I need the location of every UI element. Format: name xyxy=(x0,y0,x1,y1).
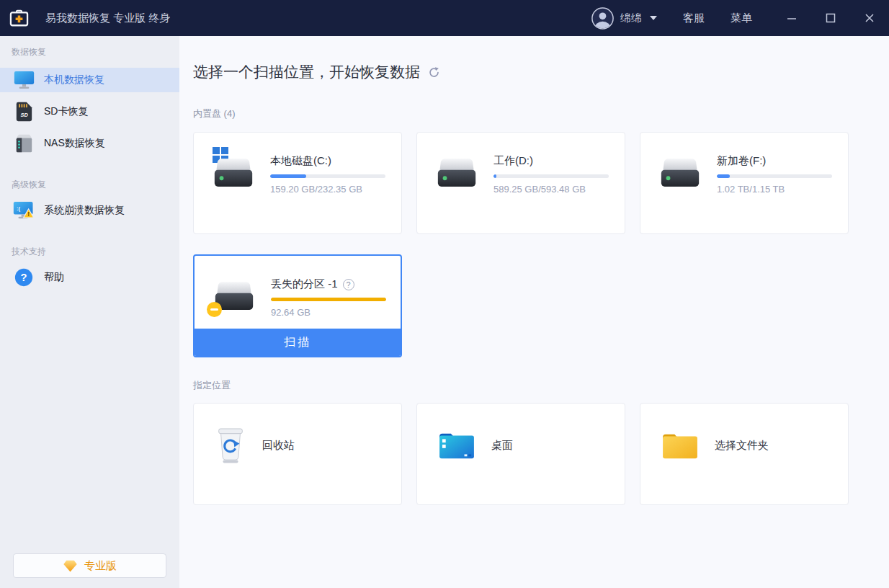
sidebar-section-data-recovery: 数据恢复 xyxy=(12,46,179,58)
capacity-bar xyxy=(270,174,385,178)
minimize-button[interactable] xyxy=(772,0,811,36)
app-logo-icon xyxy=(9,9,29,27)
crashed-system-icon: :( ! xyxy=(13,201,35,220)
minimize-icon xyxy=(787,13,797,23)
sidebar-item-label: SD卡恢复 xyxy=(44,105,88,118)
capacity-bar xyxy=(717,174,832,178)
choose-folder-icon xyxy=(661,429,700,461)
sidebar-item-crashed-system-recovery[interactable]: :( ! 系统崩溃数据恢复 xyxy=(0,198,179,223)
capacity-bar-fill xyxy=(493,174,496,178)
hard-drive-icon xyxy=(211,147,259,189)
diamond-icon xyxy=(63,559,78,573)
svg-text::(: :( xyxy=(17,205,20,211)
sidebar-item-label: 系统崩溃数据恢复 xyxy=(44,204,125,217)
main-panel: 选择一个扫描位置，开始恢复数据 内置盘 (4) xyxy=(179,36,889,588)
location-label: 回收站 xyxy=(262,439,295,453)
section-label-locations: 指定位置 xyxy=(193,379,889,392)
drive-card-lost-partition[interactable]: 丢失的分区 -1 ? 92.64 GB 扫描 xyxy=(193,254,402,357)
page-title: 选择一个扫描位置，开始恢复数据 xyxy=(193,62,420,82)
svg-text:?: ? xyxy=(21,272,27,283)
drive-size: 92.64 GB xyxy=(271,307,383,318)
edition-button[interactable]: 专业版 xyxy=(13,553,166,578)
hard-drive-icon xyxy=(212,270,259,312)
sidebar-section-tech-support: 技术支持 xyxy=(12,246,179,258)
sidebar-item-label: 本机数据恢复 xyxy=(44,74,104,86)
sidebar-item-label: NAS数据恢复 xyxy=(44,137,105,150)
desktop-folder-icon xyxy=(437,429,476,461)
edition-button-label: 专业版 xyxy=(84,559,117,573)
drive-name: 丢失的分区 -1 xyxy=(271,277,338,291)
hard-drive-icon xyxy=(434,147,482,189)
sd-card-icon: SD xyxy=(13,102,35,122)
maximize-icon xyxy=(826,13,836,23)
user-account-menu[interactable]: 绵绵 xyxy=(591,6,657,30)
scan-button[interactable]: 扫描 xyxy=(195,329,401,356)
drive-size: 159.20 GB/232.35 GB xyxy=(270,184,384,195)
sidebar-item-local-recovery[interactable]: 本机数据恢复 xyxy=(0,68,179,92)
drive-name: 工作(D:) xyxy=(493,154,533,168)
svg-text:!: ! xyxy=(27,210,30,218)
section-label-internal-drives: 内置盘 (4) xyxy=(193,107,889,120)
location-card-choose-folder[interactable]: 选择文件夹 xyxy=(640,403,849,505)
location-card-recycle-bin[interactable]: 回收站 xyxy=(193,403,402,505)
monitor-icon xyxy=(13,71,35,89)
hard-drive-icon xyxy=(658,147,705,189)
sidebar-item-help[interactable]: ? 帮助 xyxy=(0,265,179,290)
location-card-desktop[interactable]: 桌面 xyxy=(416,403,625,505)
support-link[interactable]: 客服 xyxy=(683,12,705,25)
capacity-bar-fill xyxy=(271,298,386,301)
drive-card-d[interactable]: 工作(D:) 589.25 GB/593.48 GB xyxy=(416,132,625,234)
svg-text:SD: SD xyxy=(20,112,28,118)
minus-badge-icon xyxy=(207,302,222,317)
maximize-button[interactable] xyxy=(811,0,850,36)
location-label: 桌面 xyxy=(491,439,513,453)
capacity-bar xyxy=(493,174,609,178)
capacity-bar-fill xyxy=(717,174,730,178)
window-controls xyxy=(772,0,889,36)
sidebar: 数据恢复 本机数据恢复 SD SD卡恢复 xyxy=(0,36,179,588)
username: 绵绵 xyxy=(620,12,642,25)
titlebar: 易我数据恢复 专业版 终身 绵绵 客服 菜单 xyxy=(0,0,889,36)
close-button[interactable] xyxy=(850,0,889,36)
sidebar-item-nas-recovery[interactable]: NAS数据恢复 xyxy=(0,131,179,156)
recycle-bin-icon xyxy=(214,427,247,464)
avatar-icon xyxy=(591,6,615,30)
app-title: 易我数据恢复 专业版 终身 xyxy=(45,12,170,25)
capacity-bar-fill xyxy=(270,174,306,178)
close-icon xyxy=(865,13,875,23)
chevron-down-icon xyxy=(650,16,657,20)
drive-name: 新加卷(F:) xyxy=(717,154,766,168)
sidebar-section-advanced-recovery: 高级恢复 xyxy=(12,179,179,191)
drive-name: 本地磁盘(C:) xyxy=(270,154,331,168)
location-label: 选择文件夹 xyxy=(715,439,769,453)
capacity-bar xyxy=(271,298,386,301)
drive-size: 589.25 GB/593.48 GB xyxy=(493,184,607,195)
drive-size: 1.02 TB/1.15 TB xyxy=(717,184,831,195)
question-icon[interactable]: ? xyxy=(343,279,354,290)
menu-link[interactable]: 菜单 xyxy=(731,12,752,25)
help-icon: ? xyxy=(13,268,35,287)
sidebar-item-label: 帮助 xyxy=(44,271,64,284)
drive-card-f[interactable]: 新加卷(F:) 1.02 TB/1.15 TB xyxy=(640,132,849,234)
sidebar-item-sd-card-recovery[interactable]: SD SD卡恢复 xyxy=(0,99,179,124)
drive-card-c[interactable]: 本地磁盘(C:) 159.20 GB/232.35 GB xyxy=(193,132,402,234)
nas-icon xyxy=(13,133,35,153)
refresh-icon[interactable] xyxy=(428,66,440,79)
